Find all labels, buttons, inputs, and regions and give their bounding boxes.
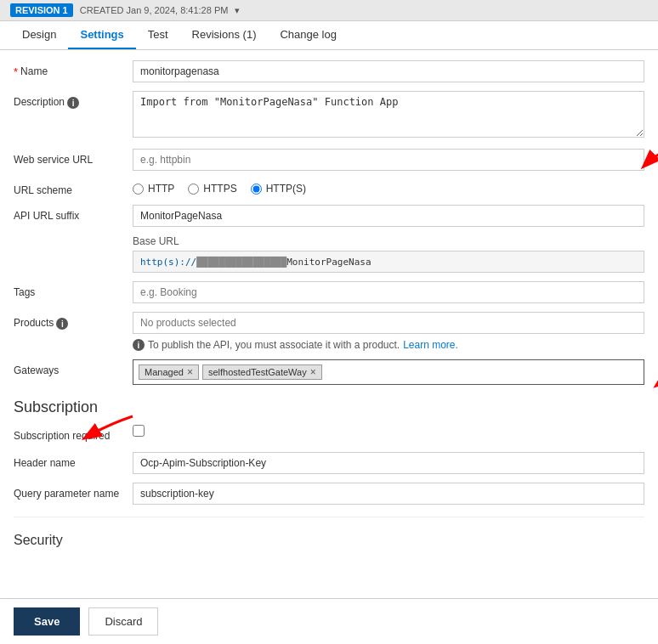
tags-input[interactable] — [133, 281, 644, 303]
subscription-title: Subscription — [14, 398, 644, 416]
gateways-label: Gateways — [14, 359, 133, 376]
tabs-bar: Design Settings Test Revisions (1) Chang… — [0, 21, 658, 50]
api-url-suffix-input[interactable] — [133, 205, 644, 227]
url-scheme-label: URL scheme — [14, 179, 133, 196]
gateway-tag-managed: Managed × — [139, 364, 199, 380]
webservice-url-field — [133, 149, 644, 171]
base-url-value: http(s)://████████████████MonitorPageNas… — [133, 251, 644, 273]
products-field: i To publish the API, you must associate… — [133, 312, 644, 351]
tab-design[interactable]: Design — [10, 21, 68, 49]
required-star: * — [14, 65, 18, 78]
description-label: Description i — [14, 91, 133, 109]
tab-settings[interactable]: Settings — [68, 21, 135, 49]
query-param-input[interactable] — [133, 483, 644, 505]
webservice-url-label: Web service URL — [14, 149, 133, 166]
radio-http[interactable]: HTTP — [133, 183, 174, 195]
created-text: CREATED Jan 9, 2024, 8:41:28 PM — [80, 5, 229, 15]
url-scheme-row: URL scheme HTTP HTTPS HTTP(S) — [14, 179, 644, 196]
gateways-row: Gateways Managed × selfhostedTestGateWay… — [14, 359, 644, 385]
gateways-field-container: Managed × selfhostedTestGateWay × — [133, 359, 644, 385]
query-param-field — [133, 483, 644, 505]
api-url-suffix-row: API URL suffix — [14, 205, 644, 227]
tab-changelog[interactable]: Change log — [268, 21, 349, 49]
products-input[interactable] — [133, 312, 644, 334]
subscription-required-label: Subscription required — [14, 425, 133, 443]
chevron-icon[interactable]: ▾ — [235, 5, 240, 16]
query-param-label: Query parameter name — [14, 483, 133, 501]
publish-notice: i To publish the API, you must associate… — [133, 338, 644, 351]
security-title: Security — [14, 533, 644, 548]
name-label: * Name — [14, 60, 133, 78]
form-container: * Name Description i Import from "Monito… — [0, 50, 658, 558]
api-url-suffix-label: API URL suffix — [14, 205, 133, 222]
webservice-url-input[interactable] — [133, 149, 644, 171]
subscription-section: Subscription Subscription required — [14, 398, 644, 505]
description-field: Import from "MonitorPageNasa" Function A… — [133, 91, 644, 140]
header-name-label: Header name — [14, 452, 133, 469]
description-info-icon[interactable]: i — [67, 97, 79, 109]
name-row: * Name — [14, 60, 644, 82]
security-section: Security — [14, 517, 644, 548]
name-input[interactable] — [133, 60, 644, 82]
products-info-icon[interactable]: i — [56, 318, 68, 330]
products-row: Products i i To publish the API, you mus… — [14, 312, 644, 351]
description-textarea[interactable]: Import from "MonitorPageNasa" Function A… — [133, 91, 644, 138]
description-row: Description i Import from "MonitorPageNa… — [14, 91, 644, 140]
base-url-label: Base URL — [133, 235, 644, 247]
tab-test[interactable]: Test — [136, 21, 180, 49]
products-label: Products i — [14, 312, 133, 330]
radio-https-both[interactable]: HTTP(S) — [251, 183, 306, 195]
tags-label: Tags — [14, 281, 133, 298]
header-name-field — [133, 452, 644, 474]
webservice-url-row: Web service URL — [14, 149, 644, 171]
save-button[interactable]: Save — [14, 607, 80, 636]
revision-badge: REVISION 1 — [10, 3, 73, 17]
remove-selfhosted-icon[interactable]: × — [310, 366, 316, 378]
query-param-row: Query parameter name — [14, 483, 644, 505]
subscription-required-row: Subscription required — [14, 425, 644, 443]
top-bar: REVISION 1 CREATED Jan 9, 2024, 8:41:28 … — [0, 0, 658, 21]
api-url-suffix-field — [133, 205, 644, 227]
tab-revisions[interactable]: Revisions (1) — [180, 21, 269, 49]
header-name-input[interactable] — [133, 452, 644, 474]
header-name-row: Header name — [14, 452, 644, 474]
base-url-content: Base URL http(s)://████████████████Monit… — [133, 235, 644, 273]
base-url-row: Base URL http(s)://████████████████Monit… — [133, 235, 644, 273]
learn-more-link[interactable]: Learn more. — [403, 339, 458, 351]
gateways-input[interactable]: Managed × selfhostedTestGateWay × — [133, 359, 644, 385]
gateway-tag-selfhosted: selfhostedTestGateWay × — [202, 364, 322, 380]
url-scheme-field: HTTP HTTPS HTTP(S) — [133, 179, 644, 195]
discard-button[interactable]: Discard — [88, 607, 158, 636]
name-field — [133, 60, 644, 82]
notice-info-icon: i — [133, 339, 145, 351]
radio-https[interactable]: HTTPS — [188, 183, 236, 195]
subscription-required-field — [133, 425, 644, 437]
subscription-required-checkbox[interactable] — [133, 425, 145, 437]
tags-field — [133, 281, 644, 303]
tags-row: Tags — [14, 281, 644, 303]
remove-managed-icon[interactable]: × — [187, 366, 193, 378]
footer-bar: Save Discard — [0, 598, 658, 643]
